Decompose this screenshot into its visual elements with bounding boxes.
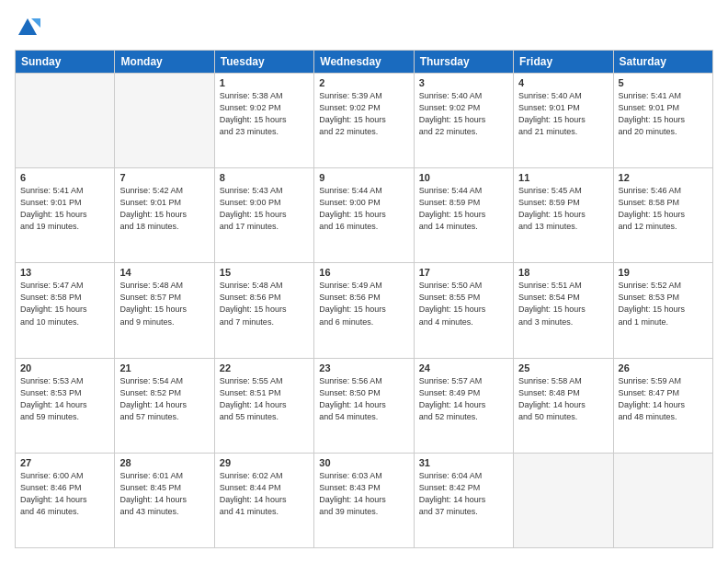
day-info: Sunrise: 5:51 AM Sunset: 8:54 PM Dayligh… — [518, 280, 608, 327]
calendar-cell: 15Sunrise: 5:48 AM Sunset: 8:56 PM Dayli… — [214, 263, 313, 358]
day-info: Sunrise: 5:57 AM Sunset: 8:49 PM Dayligh… — [419, 375, 508, 423]
calendar-cell: 4Sunrise: 5:40 AM Sunset: 9:01 PM Daylig… — [514, 74, 613, 168]
day-info: Sunrise: 5:50 AM Sunset: 8:55 PM Dayligh… — [419, 280, 508, 327]
weekday-header-monday: Monday — [115, 51, 214, 74]
header — [15, 15, 713, 40]
day-number: 1 — [220, 77, 309, 88]
calendar-cell: 25Sunrise: 5:58 AM Sunset: 8:48 PM Dayli… — [514, 358, 613, 453]
day-info: Sunrise: 5:48 AM Sunset: 8:57 PM Dayligh… — [119, 280, 209, 327]
day-info: Sunrise: 5:39 AM Sunset: 9:02 PM Dayligh… — [319, 90, 408, 138]
day-number: 19 — [619, 267, 708, 278]
day-number: 20 — [20, 362, 109, 373]
day-info: Sunrise: 5:49 AM Sunset: 8:56 PM Dayligh… — [319, 280, 408, 327]
day-number: 5 — [619, 77, 708, 88]
day-info: Sunrise: 5:55 AM Sunset: 8:51 PM Dayligh… — [220, 375, 309, 423]
day-number: 4 — [518, 77, 608, 88]
day-info: Sunrise: 5:41 AM Sunset: 9:01 PM Dayligh… — [20, 185, 109, 233]
day-number: 18 — [518, 267, 608, 278]
day-number: 3 — [419, 77, 508, 88]
day-number: 2 — [319, 77, 408, 88]
logo — [15, 15, 44, 40]
day-info: Sunrise: 5:59 AM Sunset: 8:47 PM Dayligh… — [619, 375, 708, 423]
day-info: Sunrise: 6:03 AM Sunset: 8:43 PM Dayligh… — [319, 470, 408, 518]
day-info: Sunrise: 6:04 AM Sunset: 8:42 PM Dayligh… — [419, 470, 508, 518]
day-info: Sunrise: 5:47 AM Sunset: 8:58 PM Dayligh… — [20, 280, 109, 327]
day-number: 14 — [119, 267, 209, 278]
day-number: 29 — [220, 457, 309, 468]
calendar-cell: 28Sunrise: 6:01 AM Sunset: 8:45 PM Dayli… — [115, 453, 214, 547]
calendar-cell: 26Sunrise: 5:59 AM Sunset: 8:47 PM Dayli… — [613, 358, 712, 453]
day-info: Sunrise: 5:45 AM Sunset: 8:59 PM Dayligh… — [518, 185, 608, 233]
day-info: Sunrise: 5:42 AM Sunset: 9:01 PM Dayligh… — [119, 185, 209, 233]
day-number: 6 — [20, 172, 109, 183]
calendar-cell: 31Sunrise: 6:04 AM Sunset: 8:42 PM Dayli… — [414, 453, 513, 547]
weekday-header-tuesday: Tuesday — [214, 51, 313, 74]
calendar-cell: 5Sunrise: 5:41 AM Sunset: 9:01 PM Daylig… — [613, 74, 712, 168]
calendar-cell: 30Sunrise: 6:03 AM Sunset: 8:43 PM Dayli… — [314, 453, 414, 547]
calendar-week-3: 13Sunrise: 5:47 AM Sunset: 8:58 PM Dayli… — [16, 263, 713, 358]
day-number: 13 — [20, 267, 109, 278]
day-number: 27 — [20, 457, 109, 468]
calendar-cell: 11Sunrise: 5:45 AM Sunset: 8:59 PM Dayli… — [514, 168, 613, 263]
day-info: Sunrise: 5:40 AM Sunset: 9:02 PM Dayligh… — [419, 90, 508, 138]
calendar-cell: 29Sunrise: 6:02 AM Sunset: 8:44 PM Dayli… — [214, 453, 313, 547]
day-number: 22 — [220, 362, 309, 373]
day-number: 28 — [119, 457, 209, 468]
day-info: Sunrise: 5:58 AM Sunset: 8:48 PM Dayligh… — [518, 375, 608, 423]
calendar-cell: 9Sunrise: 5:44 AM Sunset: 9:00 PM Daylig… — [314, 168, 414, 263]
calendar-cell: 7Sunrise: 5:42 AM Sunset: 9:01 PM Daylig… — [115, 168, 214, 263]
day-number: 30 — [319, 457, 408, 468]
calendar-cell: 18Sunrise: 5:51 AM Sunset: 8:54 PM Dayli… — [514, 263, 613, 358]
calendar-cell: 16Sunrise: 5:49 AM Sunset: 8:56 PM Dayli… — [314, 263, 414, 358]
day-info: Sunrise: 5:48 AM Sunset: 8:56 PM Dayligh… — [220, 280, 309, 327]
day-info: Sunrise: 5:46 AM Sunset: 8:58 PM Dayligh… — [619, 185, 708, 233]
day-number: 24 — [419, 362, 508, 373]
calendar-week-4: 20Sunrise: 5:53 AM Sunset: 8:53 PM Dayli… — [16, 358, 713, 453]
day-info: Sunrise: 5:56 AM Sunset: 8:50 PM Dayligh… — [319, 375, 408, 423]
day-info: Sunrise: 5:43 AM Sunset: 9:00 PM Dayligh… — [220, 185, 309, 233]
calendar-cell — [613, 453, 712, 547]
calendar-cell: 10Sunrise: 5:44 AM Sunset: 8:59 PM Dayli… — [414, 168, 513, 263]
day-info: Sunrise: 5:53 AM Sunset: 8:53 PM Dayligh… — [20, 375, 109, 423]
weekday-header-friday: Friday — [514, 51, 613, 74]
calendar-cell: 12Sunrise: 5:46 AM Sunset: 8:58 PM Dayli… — [613, 168, 712, 263]
day-number: 8 — [220, 172, 309, 183]
day-info: Sunrise: 6:00 AM Sunset: 8:46 PM Dayligh… — [20, 470, 109, 518]
day-number: 17 — [419, 267, 508, 278]
calendar-week-2: 6Sunrise: 5:41 AM Sunset: 9:01 PM Daylig… — [16, 168, 713, 263]
day-info: Sunrise: 5:52 AM Sunset: 8:53 PM Dayligh… — [619, 280, 708, 327]
calendar-cell — [115, 74, 214, 168]
calendar-cell: 22Sunrise: 5:55 AM Sunset: 8:51 PM Dayli… — [214, 358, 313, 453]
calendar-cell — [514, 453, 613, 547]
calendar-cell: 19Sunrise: 5:52 AM Sunset: 8:53 PM Dayli… — [613, 263, 712, 358]
calendar-cell: 24Sunrise: 5:57 AM Sunset: 8:49 PM Dayli… — [414, 358, 513, 453]
day-number: 15 — [220, 267, 309, 278]
calendar-cell: 14Sunrise: 5:48 AM Sunset: 8:57 PM Dayli… — [115, 263, 214, 358]
day-number: 16 — [319, 267, 408, 278]
day-number: 23 — [319, 362, 408, 373]
day-info: Sunrise: 6:02 AM Sunset: 8:44 PM Dayligh… — [220, 470, 309, 518]
calendar-week-5: 27Sunrise: 6:00 AM Sunset: 8:46 PM Dayli… — [16, 453, 713, 547]
calendar-cell: 2Sunrise: 5:39 AM Sunset: 9:02 PM Daylig… — [314, 74, 414, 168]
logo-icon — [15, 15, 40, 40]
day-number: 25 — [518, 362, 608, 373]
day-number: 12 — [619, 172, 708, 183]
weekday-header-saturday: Saturday — [613, 51, 712, 74]
day-number: 10 — [419, 172, 508, 183]
calendar-cell: 17Sunrise: 5:50 AM Sunset: 8:55 PM Dayli… — [414, 263, 513, 358]
day-info: Sunrise: 5:44 AM Sunset: 8:59 PM Dayligh… — [419, 185, 508, 233]
day-number: 21 — [119, 362, 209, 373]
day-info: Sunrise: 5:41 AM Sunset: 9:01 PM Dayligh… — [619, 90, 708, 138]
calendar-cell — [16, 74, 115, 168]
calendar-cell: 21Sunrise: 5:54 AM Sunset: 8:52 PM Dayli… — [115, 358, 214, 453]
calendar-cell: 23Sunrise: 5:56 AM Sunset: 8:50 PM Dayli… — [314, 358, 414, 453]
day-info: Sunrise: 5:40 AM Sunset: 9:01 PM Dayligh… — [518, 90, 608, 138]
day-info: Sunrise: 5:38 AM Sunset: 9:02 PM Dayligh… — [220, 90, 309, 138]
day-number: 7 — [119, 172, 209, 183]
calendar-cell: 27Sunrise: 6:00 AM Sunset: 8:46 PM Dayli… — [16, 453, 115, 547]
calendar-cell: 1Sunrise: 5:38 AM Sunset: 9:02 PM Daylig… — [214, 74, 313, 168]
day-number: 26 — [619, 362, 708, 373]
day-info: Sunrise: 6:01 AM Sunset: 8:45 PM Dayligh… — [119, 470, 209, 518]
calendar-cell: 8Sunrise: 5:43 AM Sunset: 9:00 PM Daylig… — [214, 168, 313, 263]
weekday-header-wednesday: Wednesday — [314, 51, 414, 74]
